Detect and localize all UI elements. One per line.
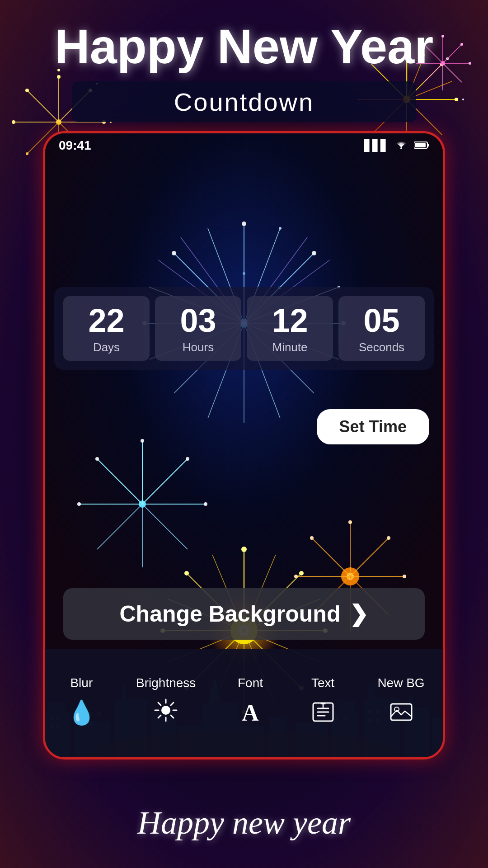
change-background-button[interactable]: Change Background ❯ bbox=[63, 588, 425, 640]
svg-point-125 bbox=[184, 571, 189, 576]
countdown-row: 22 Days 03 Hours 12 Minute 05 bbox=[63, 296, 425, 361]
svg-line-185 bbox=[171, 715, 174, 718]
minutes-value: 12 bbox=[272, 304, 308, 337]
bottom-script-text: Happy new year bbox=[137, 804, 351, 842]
svg-point-179 bbox=[161, 706, 170, 715]
text-itl-label: Text bbox=[311, 676, 334, 690]
svg-point-94 bbox=[141, 439, 144, 443]
text-icon-wrap: T bbox=[305, 695, 341, 731]
bottom-toolbar: Blur 💧 Brightness bbox=[45, 649, 443, 757]
page-wrapper: Happy New Year Countdown bbox=[0, 0, 488, 868]
change-bg-label: Change Background bbox=[120, 601, 341, 627]
minutes-label: Minute bbox=[272, 340, 307, 354]
chevron-right-icon: ❯ bbox=[349, 601, 368, 627]
brightness-label: Brightness bbox=[136, 676, 196, 690]
font-icon: A bbox=[242, 699, 259, 726]
svg-point-72 bbox=[312, 251, 316, 255]
svg-point-14 bbox=[26, 152, 28, 155]
bottom-script-area: Happy new year bbox=[0, 778, 488, 868]
svg-point-137 bbox=[387, 536, 390, 540]
svg-point-95 bbox=[186, 457, 189, 461]
svg-point-138 bbox=[403, 575, 406, 578]
svg-line-187 bbox=[158, 715, 161, 718]
svg-rect-51 bbox=[427, 144, 429, 146]
days-label: Days bbox=[93, 340, 120, 354]
wifi-icon bbox=[395, 139, 408, 152]
set-time-button[interactable]: Set Time bbox=[317, 409, 429, 444]
svg-point-139 bbox=[294, 575, 298, 578]
new-bg-icon bbox=[389, 700, 413, 726]
svg-point-36 bbox=[462, 99, 464, 100]
toolbar-new-bg[interactable]: New BG bbox=[377, 676, 424, 731]
blur-icon: 💧 bbox=[67, 699, 96, 726]
svg-point-119 bbox=[299, 571, 304, 576]
toolbar-text[interactable]: Text T bbox=[305, 676, 341, 731]
svg-point-78 bbox=[243, 272, 245, 275]
countdown-minutes: 12 Minute bbox=[247, 296, 333, 361]
svg-rect-52 bbox=[415, 143, 426, 147]
countdown-days: 22 Days bbox=[63, 296, 150, 361]
main-title: Happy New Year bbox=[0, 18, 488, 75]
toolbar-blur[interactable]: Blur 💧 bbox=[63, 676, 99, 731]
svg-point-98 bbox=[95, 457, 99, 461]
hours-label: Hours bbox=[183, 340, 214, 354]
svg-point-76 bbox=[279, 227, 282, 230]
svg-point-75 bbox=[172, 251, 176, 255]
subtitle-bar: Countdown bbox=[72, 81, 416, 122]
status-time: 09:41 bbox=[59, 138, 91, 153]
svg-point-71 bbox=[242, 222, 246, 226]
text-icon: T bbox=[311, 700, 335, 726]
svg-point-16 bbox=[25, 89, 29, 92]
svg-point-15 bbox=[12, 120, 15, 124]
svg-point-49 bbox=[400, 147, 402, 149]
seconds-value: 05 bbox=[363, 304, 399, 337]
svg-point-96 bbox=[204, 502, 207, 506]
status-icons: ▋▋▋ bbox=[364, 139, 429, 152]
seconds-label: Seconds bbox=[359, 340, 404, 354]
toolbar-brightness[interactable]: Brightness bbox=[136, 676, 196, 731]
new-bg-icon-wrap bbox=[383, 695, 419, 731]
svg-line-184 bbox=[158, 703, 161, 705]
hours-value: 03 bbox=[180, 304, 216, 337]
brightness-icon-wrap bbox=[148, 695, 184, 731]
days-value: 22 bbox=[88, 304, 124, 337]
subtitle-text: Countdown bbox=[174, 87, 314, 117]
svg-point-136 bbox=[348, 520, 352, 524]
new-bg-label: New BG bbox=[377, 676, 424, 690]
countdown-container: 22 Days 03 Hours 12 Minute 05 bbox=[54, 287, 434, 370]
font-label: Font bbox=[238, 676, 263, 690]
svg-rect-193 bbox=[391, 704, 412, 720]
svg-point-140 bbox=[310, 536, 314, 540]
countdown-backdrop: 22 Days 03 Hours 12 Minute 05 bbox=[54, 287, 434, 370]
blur-icon-wrap: 💧 bbox=[63, 695, 99, 731]
battery-icon bbox=[414, 139, 429, 152]
svg-line-8 bbox=[27, 90, 59, 122]
brightness-icon bbox=[154, 698, 178, 727]
phone-mockup: 09:41 ▋▋▋ bbox=[43, 131, 445, 760]
phone-screen: 09:41 ▋▋▋ bbox=[45, 133, 443, 757]
countdown-seconds: 05 Seconds bbox=[338, 296, 425, 361]
blur-label: Blur bbox=[70, 676, 93, 690]
svg-point-97 bbox=[77, 502, 81, 506]
svg-line-186 bbox=[171, 703, 174, 705]
font-icon-wrap: A bbox=[232, 695, 268, 731]
status-bar: 09:41 ▋▋▋ bbox=[45, 133, 443, 158]
svg-point-33 bbox=[455, 98, 458, 101]
toolbar-font[interactable]: Font A bbox=[232, 676, 268, 731]
svg-point-118 bbox=[241, 547, 247, 552]
signal-icon: ▋▋▋ bbox=[364, 139, 389, 152]
svg-text:T: T bbox=[320, 702, 325, 711]
countdown-hours: 03 Hours bbox=[155, 296, 241, 361]
svg-point-9 bbox=[57, 75, 61, 79]
